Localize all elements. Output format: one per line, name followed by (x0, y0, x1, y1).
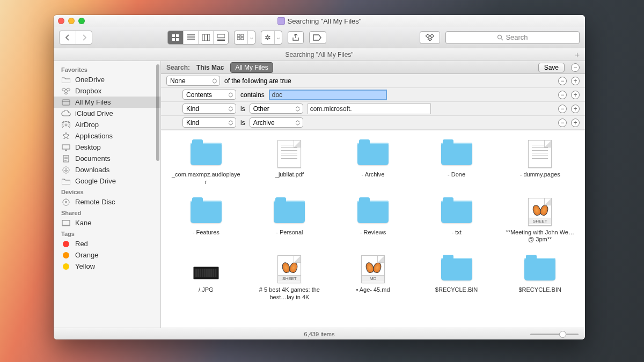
arrange-dropdown[interactable]: ⌵ (234, 31, 255, 45)
sidebar-item-dropbox[interactable]: Dropbox (54, 85, 160, 97)
share-button[interactable] (288, 31, 304, 44)
criteria-field-dropdown[interactable]: Kind (182, 117, 236, 128)
sidebar-item-yellow[interactable]: Yellow (54, 261, 160, 272)
criteria-value-dropdown[interactable]: Other (250, 104, 303, 114)
file-label: $RECYCLE.BIN (435, 286, 478, 294)
coverflow-view-button[interactable] (213, 31, 228, 44)
sidebar-item-orange[interactable]: Orange (54, 249, 160, 261)
criteria-field-dropdown[interactable]: Kind (182, 104, 236, 114)
file-label: **Meeting with John We…@ 3pm** (505, 229, 575, 244)
sidebar-scrollbar[interactable] (156, 64, 159, 161)
file-item[interactable]: $RECYCLE.BIN (416, 252, 497, 304)
apps-icon (61, 132, 71, 140)
save-search-button[interactable]: Save (538, 63, 565, 72)
sidebar-item-red[interactable]: Red (54, 238, 160, 249)
sidebar-item-desktop[interactable]: Desktop (54, 142, 160, 153)
sidebar-item-icloud-drive[interactable]: iCloud Drive (54, 108, 160, 119)
add-criteria-button[interactable]: + (571, 119, 580, 127)
folder-icon (440, 139, 474, 169)
sidebar-item-onedrive[interactable]: OneDrive (54, 74, 160, 85)
file-item[interactable]: - txt (416, 195, 497, 246)
file-item[interactable]: SHEET**Meeting with John We…@ 3pm** (499, 195, 581, 246)
sidebar-header: Tags (54, 228, 160, 238)
criteria-op: is (240, 119, 245, 127)
dropbox-toolbar-button[interactable] (420, 31, 440, 44)
folder-icon (523, 254, 557, 284)
zoom-window-button[interactable] (78, 18, 85, 24)
svg-rect-18 (62, 220, 70, 225)
file-item[interactable]: _jubilat.pdf (249, 137, 331, 188)
sheet-file-icon: SHEET (272, 254, 306, 284)
file-label: - Features (193, 229, 219, 237)
criteria-field-dropdown[interactable]: Contents (182, 90, 236, 100)
sidebar-item-documents[interactable]: Documents (54, 153, 160, 164)
file-item[interactable]: - Done (416, 137, 497, 188)
file-item[interactable]: SHEET# 5 best 4K games: the best…lay in … (249, 252, 331, 304)
tags-button[interactable] (309, 31, 326, 44)
remove-criteria-button[interactable]: − (558, 91, 567, 99)
file-item[interactable]: MD• Age- 45.md (332, 252, 414, 304)
remove-scope-button[interactable]: − (571, 63, 580, 72)
file-item[interactable]: - Features (165, 195, 247, 246)
file-item[interactable]: /.JPG (165, 252, 247, 304)
pdf-file-icon (272, 139, 306, 169)
results-grid[interactable]: _com.maxmpz.audioplayer_jubilat.pdf- Arc… (161, 130, 585, 328)
close-window-button[interactable] (58, 18, 64, 24)
file-label: - dummy.pages (520, 171, 560, 179)
action-dropdown[interactable]: ✲ ⌵ (261, 31, 282, 45)
add-criteria-button[interactable]: + (571, 105, 580, 113)
file-label: - txt (451, 229, 461, 237)
criteria-value-input[interactable]: com.microsoft. (308, 104, 431, 114)
back-button[interactable] (60, 31, 76, 44)
scope-this-mac[interactable]: This Mac (196, 64, 224, 71)
window-title: Searching "All My Files" (288, 17, 362, 25)
file-item[interactable]: $RECYCLE.BIN (499, 252, 581, 304)
remove-criteria-button[interactable]: − (558, 119, 567, 127)
svg-rect-7 (241, 34, 244, 36)
minimize-window-button[interactable] (68, 18, 75, 24)
tab-title[interactable]: Searching "All My Files" (285, 51, 353, 58)
sidebar-item-applications[interactable]: Applications (54, 130, 160, 142)
sidebar-item-downloads[interactable]: Downloads (54, 164, 160, 175)
column-view-button[interactable] (198, 31, 213, 44)
sidebar-item-google-drive[interactable]: Google Drive (54, 175, 160, 187)
cloud-icon (61, 110, 71, 117)
file-item[interactable]: - Reviews (332, 195, 414, 246)
sidebar-item-airdrop[interactable]: AirDrop (54, 119, 160, 130)
remove-criteria-button[interactable]: − (558, 77, 567, 85)
criteria-value-input[interactable]: doc (269, 90, 387, 100)
criteria-value-dropdown[interactable]: Archive (250, 117, 303, 128)
sidebar-item-label: Remote Disc (75, 198, 115, 206)
file-item[interactable]: - dummy.pages (499, 137, 581, 188)
titlebar[interactable]: Searching "All My Files" (54, 15, 585, 27)
folder-icon (61, 178, 71, 185)
tab-bar: Searching "All My Files" ＋ (54, 48, 585, 61)
sidebar-item-label: All My Files (75, 98, 111, 106)
icon-view-button[interactable] (168, 31, 183, 44)
dropbox-icon (61, 87, 71, 95)
sidebar-item-kane[interactable]: Kane (54, 217, 160, 228)
remove-criteria-button[interactable]: − (558, 105, 567, 113)
criteria-text: of the following are true (224, 77, 291, 85)
sidebar-item-label: OneDrive (75, 76, 105, 84)
file-item[interactable]: _com.maxmpz.audioplayer (165, 137, 247, 188)
search-field[interactable]: Search (445, 31, 580, 44)
finder-window: Searching "All My Files" (54, 15, 585, 339)
window-controls (58, 18, 85, 24)
file-item[interactable]: - Personal (249, 195, 331, 246)
add-criteria-button[interactable]: + (571, 77, 580, 85)
new-tab-button[interactable]: ＋ (572, 50, 582, 60)
toolbar: ⌵ ✲ ⌵ Search (54, 27, 585, 48)
sidebar-item-label: Google Drive (75, 177, 116, 185)
list-view-button[interactable] (183, 31, 198, 44)
sidebar-item-remote-disc[interactable]: Remote Disc (54, 196, 160, 208)
icon-size-slider[interactable] (530, 331, 579, 337)
criteria-row: Noneof the following are true−+ (161, 74, 585, 88)
sidebar-item-all-my-files[interactable]: All My Files (54, 97, 160, 108)
slider-thumb[interactable] (559, 331, 566, 338)
forward-button[interactable] (76, 31, 92, 44)
add-criteria-button[interactable]: + (571, 91, 580, 99)
scope-all-my-files[interactable]: All My Files (230, 62, 273, 73)
file-item[interactable]: - Archive (332, 137, 414, 188)
criteria-field-dropdown[interactable]: None (166, 76, 220, 86)
